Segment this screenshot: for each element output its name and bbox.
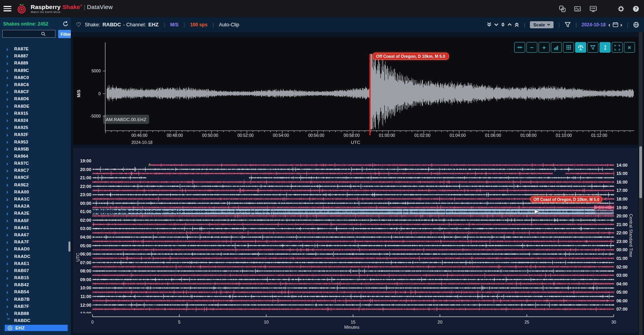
stations-overview-icon[interactable] bbox=[559, 6, 566, 12]
double-chevron-down-icon[interactable] bbox=[487, 22, 492, 27]
scale-dropdown[interactable]: Scale bbox=[530, 21, 554, 28]
sidebar-item-station[interactable]: ›RA97C bbox=[0, 160, 71, 167]
filter-funnel-icon[interactable] bbox=[565, 22, 571, 28]
sidebar-item-station[interactable]: ›RA915 bbox=[0, 110, 71, 117]
page-scrollbar-thumb[interactable] bbox=[639, 146, 642, 198]
autoclip-toggle[interactable]: Auto-Clip bbox=[219, 22, 239, 28]
sidebar-item-station[interactable]: ›RA9CF bbox=[0, 174, 71, 181]
sample-rate-badge[interactable]: 100 sps bbox=[190, 22, 207, 28]
close-button[interactable]: × bbox=[624, 42, 635, 53]
date-display[interactable]: 2024-10-18 bbox=[581, 22, 605, 28]
sidebar-item-station[interactable]: ›RA8CF bbox=[0, 88, 71, 95]
x-tick-label: 01:04:00 bbox=[450, 133, 466, 138]
sidebar-item-station[interactable]: ›RA95B bbox=[0, 145, 71, 153]
sidebar-item-station[interactable]: ›RAB54 bbox=[0, 288, 71, 295]
sidebar-item-station[interactable]: ›RAAE1 bbox=[0, 260, 71, 267]
sidebar-item-station[interactable]: ›RAA1C bbox=[0, 195, 71, 202]
station-search-input[interactable] bbox=[2, 30, 55, 38]
station-id-badge: AM.RABDC.00.EHZ bbox=[103, 115, 149, 124]
zoom-in-button[interactable]: + bbox=[539, 42, 550, 53]
helicorder-chart-canvas[interactable] bbox=[73, 148, 638, 333]
double-chevron-up-icon[interactable] bbox=[514, 22, 519, 27]
sidebar-item-channel-ehz[interactable]: EHZ bbox=[5, 325, 68, 331]
calendar-icon[interactable] bbox=[613, 22, 618, 28]
sidebar-item-station[interactable]: ›RAB7F bbox=[0, 303, 71, 310]
chevron-up-icon[interactable] bbox=[507, 22, 512, 27]
station-name: RA8DE bbox=[14, 104, 30, 109]
sidebar-item-station[interactable]: ›RAB88 bbox=[0, 310, 71, 317]
sidebar-item-station[interactable]: ›RA92F bbox=[0, 131, 71, 138]
shake-label: Shake: bbox=[85, 22, 100, 28]
station-name: RA964 bbox=[14, 154, 28, 158]
chevron-down-icon[interactable] bbox=[494, 22, 499, 27]
fullscreen-button[interactable] bbox=[612, 42, 623, 53]
station-name: RA925 bbox=[14, 125, 28, 130]
units-badge[interactable]: M/S bbox=[170, 22, 178, 28]
zoom-out-button[interactable]: − bbox=[526, 42, 537, 53]
prev-day-button[interactable]: ‹ bbox=[609, 22, 611, 28]
sidebar-item-station[interactable]: ›RA9E2 bbox=[0, 181, 71, 188]
sidebar-item-station[interactable]: ›RA887 bbox=[0, 52, 71, 59]
sidebar-item-station[interactable]: ›RAB15 bbox=[0, 274, 71, 281]
favorite-heart-icon[interactable]: ♡ bbox=[76, 21, 81, 28]
filters-button[interactable]: Filters bbox=[58, 30, 71, 38]
next-day-button[interactable]: › bbox=[620, 22, 622, 28]
x-tick-label: 01:06:00 bbox=[485, 133, 501, 138]
sidebar-item-station[interactable]: ›RAB42 bbox=[0, 281, 71, 288]
playhead-arrow-icon bbox=[535, 210, 539, 214]
sidebar-item-station[interactable]: ›RA87E bbox=[0, 45, 71, 52]
station-name: RAA2A bbox=[14, 204, 30, 208]
station-name: RA889 bbox=[14, 61, 28, 65]
sidebar-item-station[interactable]: ›RA964 bbox=[0, 153, 71, 160]
sidebar-item-station[interactable]: ›RA8C6 bbox=[0, 81, 71, 88]
sidebar-item-station[interactable]: ›RA89C bbox=[0, 67, 71, 74]
sidebar-item-station[interactable]: ›RAB07 bbox=[0, 267, 71, 274]
raspberry-shake-logo[interactable] bbox=[16, 3, 28, 15]
waveform-chart-canvas[interactable] bbox=[73, 37, 638, 145]
sidebar-item-station[interactable]: ›RA8C0 bbox=[0, 74, 71, 81]
sidebar-item-station[interactable]: ›RA8DE bbox=[0, 103, 71, 110]
helicorder-utc-label: 08:00 bbox=[76, 269, 91, 273]
event-label[interactable]: Off Coast of Oregon, D 10km, M 5.0 bbox=[373, 53, 449, 60]
sidebar-item-station[interactable]: ›RAA67 bbox=[0, 231, 71, 238]
live-view-icon[interactable]: LIVE bbox=[589, 6, 597, 12]
spectrogram-button[interactable] bbox=[551, 42, 562, 53]
globe-icon[interactable] bbox=[633, 22, 639, 28]
sidebar-item-station[interactable]: ›RABDC bbox=[0, 317, 71, 324]
settings-gear-icon[interactable] bbox=[618, 6, 624, 12]
sidebar-item-station[interactable]: ›RA924 bbox=[0, 117, 71, 124]
scale-balance-button[interactable] bbox=[575, 42, 586, 53]
waveform-view-icon[interactable] bbox=[574, 6, 581, 12]
sidebar-item-station[interactable]: ›RAA5F bbox=[0, 217, 71, 224]
chevron-right-icon: › bbox=[6, 282, 12, 288]
sidebar-item-station[interactable]: ›RAA2E bbox=[0, 210, 71, 217]
x-tick-label: 01:10:00 bbox=[556, 133, 572, 138]
chevron-right-icon: › bbox=[6, 89, 12, 95]
helicorder-utc-label: 22:00 bbox=[76, 184, 91, 189]
sidebar-item-station[interactable]: ›RA9C7 bbox=[0, 167, 71, 174]
filter-button[interactable] bbox=[587, 42, 598, 53]
fit-width-button[interactable] bbox=[514, 42, 525, 53]
sidebar-scrollbar-thumb[interactable] bbox=[68, 241, 70, 252]
sidebar-item-station[interactable]: ›RAAD0 bbox=[0, 245, 71, 252]
helicorder-utc-label: 21:00 bbox=[76, 175, 91, 180]
sidebar-item-station[interactable]: ›RAA00 bbox=[0, 188, 71, 195]
station-name: RA8C6 bbox=[14, 82, 29, 87]
sidebar-item-station[interactable]: ›RA953 bbox=[0, 138, 71, 145]
sidebar-item-station[interactable]: ›RAADC bbox=[0, 252, 71, 260]
sidebar-item-station[interactable]: ›RAA2A bbox=[0, 202, 71, 210]
sidebar-item-station[interactable]: ›RA925 bbox=[0, 124, 71, 131]
help-icon[interactable]: ? bbox=[633, 6, 639, 12]
menu-icon[interactable] bbox=[4, 6, 11, 11]
sidebar-item-station[interactable]: ›RA889 bbox=[0, 59, 71, 66]
refresh-icon[interactable] bbox=[63, 21, 68, 27]
station-name: RAA61 bbox=[14, 225, 29, 230]
amplitude-range-button[interactable] bbox=[600, 42, 611, 53]
sidebar-item-station[interactable]: ›RAB7B bbox=[0, 296, 71, 303]
grid-button[interactable] bbox=[563, 42, 574, 53]
sidebar-item-station[interactable]: ›RA8D6 bbox=[0, 95, 71, 102]
helicorder-event-label[interactable]: Off Coast of Oregon, D 10km, M 5.0 bbox=[530, 196, 602, 202]
helicorder-cst-label: 14:00 bbox=[616, 163, 632, 168]
sidebar-item-station[interactable]: ›RAA61 bbox=[0, 224, 71, 231]
sidebar-item-station[interactable]: ›RAA7F bbox=[0, 238, 71, 245]
